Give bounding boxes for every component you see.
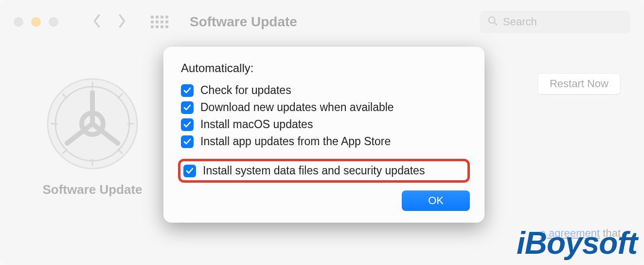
checkbox-label: Check for updates	[200, 84, 291, 97]
restart-now-button[interactable]: Restart Now	[537, 73, 621, 95]
grid-icon	[151, 16, 168, 28]
checkbox-label: Download new updates when available	[200, 101, 394, 114]
search-field-wrap[interactable]	[480, 11, 630, 33]
checkbox-row-install-macos[interactable]: Install macOS updates	[181, 118, 470, 131]
checkbox-row-download-updates[interactable]: Download new updates when available	[181, 101, 470, 114]
highlighted-option: Install system data files and security u…	[178, 159, 470, 183]
advanced-options-dialog: Automatically: Check for updates Downloa…	[163, 47, 484, 223]
software-update-gear-icon	[44, 75, 141, 172]
forward-button[interactable]	[117, 14, 127, 30]
checkbox-icon	[183, 165, 196, 177]
checkbox-label: Install macOS updates	[200, 118, 313, 131]
checkbox-icon	[181, 84, 194, 97]
checkbox-icon	[181, 135, 194, 148]
checkbox-icon	[181, 118, 194, 131]
close-window-button[interactable]	[14, 17, 23, 27]
watermark-logo: iBoysoft	[517, 225, 637, 261]
toolbar: Software Update	[0, 0, 644, 44]
checkbox-row-check-updates[interactable]: Check for updates	[181, 84, 470, 97]
checkbox-label: Install app updates from the App Store	[200, 135, 391, 148]
minimize-window-button[interactable]	[31, 17, 41, 27]
traffic-lights	[14, 17, 58, 27]
back-button[interactable]	[91, 14, 102, 30]
checkbox-icon	[181, 101, 194, 114]
pane-label: Software Update	[29, 182, 156, 197]
show-all-button[interactable]	[151, 16, 168, 28]
checkbox-row-install-app-store[interactable]: Install app updates from the App Store	[181, 135, 470, 148]
checkbox-row-install-security[interactable]: Install system data files and security u…	[183, 164, 425, 177]
search-icon	[487, 16, 503, 28]
search-input[interactable]	[503, 16, 623, 28]
nav-arrows	[91, 14, 127, 30]
zoom-window-button[interactable]	[49, 17, 58, 27]
checkbox-label: Install system data files and security u…	[203, 164, 425, 177]
dialog-heading: Automatically:	[181, 61, 470, 75]
window-title: Software Update	[190, 14, 297, 30]
svg-line-1	[494, 22, 497, 25]
dialog-button-row: OK	[178, 190, 470, 211]
ok-button[interactable]: OK	[402, 190, 470, 211]
pane-icon-column: Software Update	[29, 63, 156, 197]
